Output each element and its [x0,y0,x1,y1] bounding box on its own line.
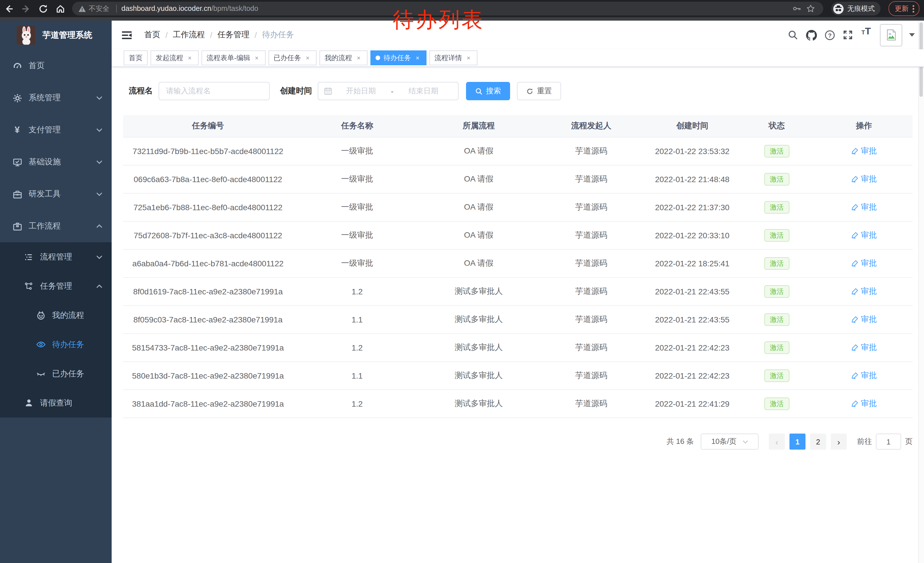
table-row: 725a1eb6-7b88-11ec-8ef0-acde48001122 一级审… [123,193,912,221]
dropdown-caret-icon[interactable] [909,33,915,37]
edit-pencil-icon [851,288,858,295]
fullscreen-icon[interactable] [839,26,857,44]
cell-process: OA 请假 [422,249,536,278]
sidebar: 芋道管理系统 首页 系统管理 ¥ [0,21,112,563]
page-button-1[interactable]: 1 [789,434,806,450]
approve-link[interactable]: 审批 [851,146,877,156]
tab-form-edit[interactable]: 流程表单-编辑× [201,50,266,65]
cell-task-name: 一级审批 [293,249,422,278]
browser-forward-button[interactable] [17,0,34,17]
approve-link[interactable]: 审批 [851,174,877,185]
breadcrumb-separator: / [255,30,257,39]
table-row: 8f0d1619-7ac8-11ec-a9e2-a2380e71991a 1.2… [123,278,912,306]
tab-label: 流程表单-编辑 [207,53,250,63]
page-size-select[interactable]: 10条/页 [701,434,759,450]
chevron-down-icon [96,96,102,100]
date-range-picker[interactable]: 开始日期 - 结束日期 [318,82,459,100]
table-row: 381aa1dd-7ac8-11ec-a9e2-a2380e71991a 1.2… [123,390,912,418]
cell-task-name: 1.2 [293,333,422,362]
next-page-button[interactable]: › [831,434,847,450]
search-form: 流程名 请输入流程名 创建时间 开始日期 - 结束日期 搜索 [129,82,912,100]
page-button-2[interactable]: 2 [810,434,826,450]
sidebar-item-workflow[interactable]: 工作流程 [0,210,112,242]
edit-pencil-icon [851,147,858,155]
sidebar-item-label: 系统管理 [28,93,61,103]
sidebar-item-todo-tasks[interactable]: 待办任务 [0,330,112,359]
help-icon[interactable]: ? [820,26,839,44]
close-icon[interactable]: × [304,54,311,62]
approve-link[interactable]: 审批 [851,286,877,297]
security-label[interactable]: 不安全 [89,4,110,14]
browser-update-button[interactable]: 更新 [888,1,920,16]
task-table: 任务编号 任务名称 所属流程 流程发起人 创建时间 状态 操作 [123,115,912,418]
tab-done-tasks[interactable]: 已办任务× [268,50,316,65]
page-content: 流程名 请输入流程名 创建时间 开始日期 - 结束日期 搜索 [112,67,924,563]
approve-link[interactable]: 审批 [851,342,877,353]
tab-my-process[interactable]: 我的流程× [320,50,368,65]
tab-home[interactable]: 首页 [124,50,148,65]
chevron-down-icon [96,128,102,132]
close-icon[interactable]: × [355,54,362,62]
approve-link[interactable]: 审批 [851,371,877,381]
font-size-icon[interactable]: TT [857,26,875,44]
sidebar-collapse-icon[interactable] [120,29,133,41]
cell-task-name: 1.1 [293,362,422,390]
search-icon[interactable] [784,26,802,44]
close-icon[interactable]: × [253,54,261,62]
process-name-input[interactable]: 请输入流程名 [159,82,270,100]
sidebar-item-infrastructure[interactable]: 基础设施 [0,146,112,178]
sidebar-item-dev-tools[interactable]: 研发工具 [0,178,112,210]
password-key-icon[interactable] [790,2,804,15]
cell-starter: 芋道源码 [536,362,646,390]
cell-task-name: 1.2 [293,390,422,418]
sidebar-item-done-tasks[interactable]: 已办任务 [0,359,112,388]
breadcrumb-item[interactable]: 首页 [144,30,160,40]
date-separator: - [390,87,395,95]
avatar[interactable] [880,24,902,46]
page-scrollbar[interactable] [918,21,924,563]
tab-process-detail[interactable]: 流程详情× [429,50,477,65]
screen: 不安全 dashboard.yudao.iocoder.cn /bpm/task… [0,0,924,563]
search-icon [475,87,483,95]
tab-todo-tasks[interactable]: 待办任务× [370,50,426,65]
sidebar-item-leave-query[interactable]: 请假查询 [0,388,112,417]
app-logo[interactable]: 芋道管理系统 [0,21,112,50]
toolbox-icon [12,189,22,199]
browser-back-button[interactable] [0,0,17,17]
breadcrumb-item[interactable]: 任务管理 [218,30,250,40]
sidebar-item-task-management[interactable]: 任务管理 [0,272,112,301]
edit-pencil-icon [851,400,858,407]
cell-task-id: 580e1b3d-7ac8-11ec-a9e2-a2380e71991a [123,362,293,390]
approve-link[interactable]: 审批 [851,230,877,240]
approve-link[interactable]: 审批 [851,258,877,269]
browser-home-button[interactable] [51,0,69,17]
close-icon[interactable]: × [414,54,422,62]
pagination: 共 16 条 10条/页 ‹ 1 2 › 前往 1 页 [123,434,912,450]
sidebar-item-system[interactable]: 系统管理 [0,82,112,114]
browser-reload-button[interactable] [34,0,51,17]
refresh-icon [526,87,534,95]
cell-created: 2022-01-21 22:42:23 [646,362,738,390]
tab-start-process[interactable]: 发起流程× [151,50,199,65]
prev-page-button[interactable]: ‹ [769,434,785,450]
sidebar-item-home[interactable]: 首页 [0,50,112,82]
update-label[interactable]: 更新 [895,4,909,14]
search-button[interactable]: 搜索 [466,82,510,100]
breadcrumb-item[interactable]: 工作流程 [173,30,205,40]
close-icon[interactable]: × [186,54,194,62]
sidebar-item-my-process[interactable]: 我的流程 [0,301,112,330]
close-icon[interactable]: × [465,54,472,62]
table-header-row: 任务编号 任务名称 所属流程 流程发起人 创建时间 状态 操作 [123,115,912,137]
browser-menu-icon[interactable] [912,5,914,12]
reset-button[interactable]: 重置 [517,82,561,100]
github-icon[interactable] [802,26,820,44]
sidebar-item-label: 研发工具 [28,189,61,199]
bookmark-star-icon[interactable] [804,2,818,15]
sidebar-item-process-management[interactable]: 流程管理 [0,242,112,272]
approve-link[interactable]: 审批 [851,399,877,409]
input-placeholder: 请输入流程名 [166,86,211,96]
goto-page-input[interactable]: 1 [876,434,901,450]
approve-link[interactable]: 审批 [851,314,877,325]
sidebar-item-payment[interactable]: ¥ 支付管理 [0,114,112,146]
approve-link[interactable]: 审批 [851,202,877,213]
